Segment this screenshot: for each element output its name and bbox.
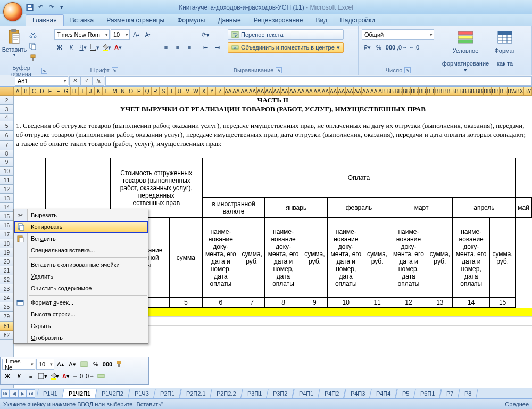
font-name-combo[interactable]: Times New Rom bbox=[54, 29, 110, 40]
row-header-25[interactable]: 25 bbox=[0, 302, 13, 312]
percent-format-button[interactable]: % bbox=[373, 42, 384, 53]
col-header[interactable]: I bbox=[79, 87, 87, 95]
mini-dec-decimal[interactable]: ←,0 bbox=[72, 371, 83, 381]
col-header[interactable]: J bbox=[87, 87, 95, 95]
col-header[interactable]: R bbox=[152, 87, 160, 95]
col-header[interactable]: D bbox=[38, 87, 46, 95]
sheet-tab-Р5[interactable]: Р5 bbox=[395, 389, 416, 398]
row-header-16[interactable]: 16 bbox=[0, 221, 13, 230]
col-header[interactable]: G bbox=[62, 87, 70, 95]
row-header-8[interactable]: 8 bbox=[0, 150, 13, 158]
col-header[interactable]: AB bbox=[378, 87, 386, 95]
col-header[interactable]: Z bbox=[216, 87, 224, 95]
font-size-combo[interactable]: 10 bbox=[111, 29, 130, 40]
dec-indent-button[interactable]: ⇤ bbox=[200, 42, 211, 53]
ribbon-tab-6[interactable]: Вид bbox=[309, 15, 334, 26]
qat-undo-icon[interactable]: ↶ bbox=[36, 3, 45, 12]
sheet-tab-Р2П1[interactable]: Р2П1 bbox=[153, 389, 181, 398]
ribbon-tab-4[interactable]: Данные bbox=[211, 15, 247, 26]
col-header[interactable]: AA bbox=[281, 87, 289, 95]
col-header[interactable]: F bbox=[54, 87, 62, 95]
col-header[interactable]: AA bbox=[273, 87, 281, 95]
col-header[interactable]: AA bbox=[305, 87, 313, 95]
row-header-22[interactable]: 22 bbox=[0, 275, 13, 284]
col-header[interactable]: BB bbox=[403, 87, 411, 95]
col-header[interactable]: AA bbox=[297, 87, 305, 95]
col-header[interactable]: AA bbox=[265, 87, 273, 95]
mini-align-center[interactable]: ≡ bbox=[26, 371, 36, 381]
row-header-24[interactable]: 24 bbox=[0, 293, 13, 302]
row-header-6[interactable]: 6 bbox=[0, 131, 13, 141]
col-header[interactable]: AA bbox=[321, 87, 329, 95]
col-header[interactable]: BB bbox=[451, 87, 459, 95]
ctx-insert-copied[interactable]: Вставить скопированные ячейки bbox=[14, 259, 148, 271]
bold-button[interactable]: Ж bbox=[54, 42, 65, 53]
col-header[interactable]: AA bbox=[370, 87, 378, 95]
orientation-button[interactable]: ⟳▾ bbox=[200, 29, 211, 40]
italic-button[interactable]: К bbox=[66, 42, 77, 53]
tab-next[interactable]: ▶ bbox=[18, 389, 27, 398]
row-header-3[interactable]: 3 bbox=[0, 105, 13, 114]
mini-accounting[interactable] bbox=[79, 359, 89, 370]
col-header[interactable]: BB bbox=[467, 87, 475, 95]
ribbon-tab-1[interactable]: Вставка bbox=[64, 15, 101, 26]
col-header[interactable]: BB bbox=[419, 87, 427, 95]
qat-redo-icon[interactable]: ↷ bbox=[47, 3, 55, 12]
row-header-2[interactable]: 2 bbox=[0, 96, 13, 105]
accounting-format-button[interactable]: ₽▾ bbox=[362, 42, 372, 53]
font-color-button[interactable]: A▾ bbox=[113, 42, 123, 53]
sheet-tab-Р2П2.2[interactable]: Р2П2.2 bbox=[210, 389, 243, 398]
mini-font-color[interactable]: A▾ bbox=[61, 371, 71, 381]
col-header[interactable]: AA bbox=[362, 87, 370, 95]
col-header[interactable]: BX bbox=[516, 87, 524, 95]
ctx-unhide[interactable]: Отобразить bbox=[14, 332, 148, 343]
format-painter-button[interactable] bbox=[28, 53, 38, 63]
col-header[interactable]: BB bbox=[443, 87, 451, 95]
col-header[interactable]: AA bbox=[248, 87, 256, 95]
select-all-button[interactable] bbox=[0, 87, 14, 95]
col-header[interactable]: AA bbox=[257, 87, 265, 95]
col-header[interactable]: X bbox=[200, 87, 208, 95]
col-header[interactable]: AA bbox=[313, 87, 321, 95]
grow-font-button[interactable]: A▴ bbox=[131, 29, 142, 40]
col-header[interactable]: P bbox=[135, 87, 143, 95]
paste-button[interactable]: Вставить ▾ bbox=[3, 27, 26, 59]
dec-decimal-button[interactable]: ←,0 bbox=[409, 42, 419, 53]
mini-italic[interactable]: К bbox=[14, 371, 24, 381]
col-header[interactable]: C bbox=[30, 87, 38, 95]
row-header-14[interactable]: 14 bbox=[0, 203, 13, 212]
sheet-tab-Р4П2[interactable]: Р4П2 bbox=[318, 389, 346, 398]
cut-button[interactable] bbox=[28, 29, 38, 40]
col-header[interactable]: BB bbox=[394, 87, 402, 95]
col-header[interactable]: BB bbox=[500, 87, 508, 95]
ribbon-tab-0[interactable]: Главная bbox=[26, 14, 64, 26]
col-header[interactable]: E bbox=[46, 87, 54, 95]
mini-shrink-font[interactable]: A▾ bbox=[67, 359, 78, 370]
col-header[interactable]: O bbox=[127, 87, 135, 95]
sheet-tab-Р6П1[interactable]: Р6П1 bbox=[413, 389, 442, 398]
inc-indent-button[interactable]: ⇥ bbox=[212, 42, 222, 53]
col-header[interactable]: B bbox=[22, 87, 30, 95]
qat-dropdown-icon[interactable]: ▾ bbox=[57, 3, 66, 12]
col-header[interactable]: K bbox=[95, 87, 103, 95]
qat-save-icon[interactable] bbox=[26, 3, 34, 12]
ctx-paste-special[interactable]: Специальная вставка... bbox=[14, 244, 148, 256]
ctx-format-cells[interactable]: Формат ячеек... bbox=[14, 297, 148, 308]
formula-input[interactable] bbox=[105, 76, 532, 86]
mini-comma[interactable]: 000 bbox=[102, 359, 113, 370]
col-header[interactable]: BB bbox=[459, 87, 467, 95]
sheet-tab-Р1Ч2П2[interactable]: Р1Ч2П2 bbox=[95, 389, 130, 398]
align-dialog-launcher[interactable]: ⬊ bbox=[276, 67, 282, 73]
merge-center-button[interactable]: aОбъединить и поместить в центре▾ bbox=[228, 42, 344, 53]
sheet-tab-Р4П4[interactable]: Р4П4 bbox=[369, 389, 397, 398]
number-format-combo[interactable]: Общий bbox=[362, 29, 434, 40]
row-header-9[interactable]: 9 bbox=[0, 158, 13, 167]
comma-format-button[interactable]: 000 bbox=[385, 42, 396, 53]
top-align-button[interactable]: ≡ bbox=[161, 29, 171, 40]
col-header[interactable]: BW bbox=[508, 87, 516, 95]
mini-size-combo[interactable]: 10 bbox=[36, 359, 54, 370]
sheet-tab-Р1Ч1[interactable]: Р1Ч1 bbox=[37, 389, 64, 398]
col-header[interactable]: BB bbox=[427, 87, 435, 95]
ribbon-tab-2[interactable]: Разметка страницы bbox=[100, 15, 171, 26]
col-header[interactable]: Y bbox=[208, 87, 216, 95]
